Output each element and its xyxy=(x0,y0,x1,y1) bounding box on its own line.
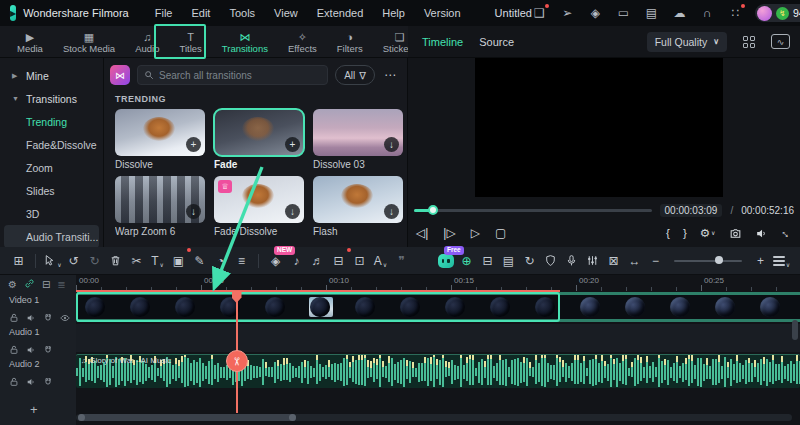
rail-icon[interactable]: ≣ xyxy=(57,279,65,290)
feedback-icon[interactable]: ❞ xyxy=(391,250,412,272)
sidebar-item-slides[interactable]: Slides xyxy=(0,179,103,202)
swap-track-icon[interactable]: ⊟ xyxy=(42,279,50,290)
timeline-settings-icon[interactable]: ⚙ xyxy=(8,279,17,290)
tab-audio[interactable]: ♫Audio xyxy=(126,28,168,57)
more-options-button[interactable]: ⋯ xyxy=(382,68,399,82)
menu-file[interactable]: File xyxy=(155,7,173,19)
snapshot-icon[interactable] xyxy=(729,227,742,240)
ai-assistant-icon[interactable]: Free xyxy=(435,250,456,272)
compound-clip-icon[interactable]: ⊟ xyxy=(328,250,349,272)
mark-out-icon[interactable]: } xyxy=(683,227,687,239)
speaker-icon[interactable] xyxy=(26,373,36,391)
tab-effects[interactable]: ✧Effects xyxy=(279,28,326,57)
fit-timeline-icon[interactable]: ↔ xyxy=(624,250,645,272)
render-preview-icon[interactable]: ⊠ xyxy=(603,250,624,272)
sidebar-item-audio-transiti[interactable]: Audio Transiti... xyxy=(4,225,99,248)
menu-extended[interactable]: Extended xyxy=(317,7,363,19)
gift-icon[interactable]: ❑ xyxy=(532,6,547,20)
vertical-scrollbar[interactable] xyxy=(792,320,798,340)
tab-transitions[interactable]: ⋈Transitions xyxy=(213,28,277,57)
redo-icon[interactable]: ↻ xyxy=(84,250,105,272)
sidebar-group-transitions[interactable]: ▼Transitions xyxy=(0,87,103,110)
tab-filters[interactable]: ◑Filters xyxy=(328,28,372,57)
tab-source[interactable]: Source xyxy=(479,36,514,48)
transition-card-warp-zoom-6[interactable]: ↓Warp Zoom 6 xyxy=(115,176,205,239)
transition-card-flash[interactable]: ↓Flash xyxy=(313,176,403,239)
avatar[interactable] xyxy=(757,6,772,21)
delete-icon[interactable] xyxy=(105,250,126,272)
auto-ripple-icon[interactable] xyxy=(24,278,35,291)
toolbox-icon[interactable]: ⊞ xyxy=(8,250,29,272)
save-icon[interactable]: ▤ xyxy=(644,6,659,20)
sidebar-item-trending[interactable]: Trending xyxy=(0,110,103,133)
cloud-upload-icon[interactable]: ☁ xyxy=(672,6,687,20)
split-icon[interactable]: ✂ xyxy=(126,250,147,272)
audio-stretch-icon[interactable]: ♪ xyxy=(286,250,307,272)
keyframe-icon[interactable]: ◈NEW xyxy=(265,250,286,272)
tab-timeline[interactable]: Timeline xyxy=(422,36,463,48)
seek-handle[interactable] xyxy=(428,205,438,215)
download-icon[interactable]: ↓ xyxy=(285,204,300,219)
add-icon[interactable]: + xyxy=(285,137,300,152)
download-icon[interactable]: ↓ xyxy=(384,204,399,219)
menu-help[interactable]: Help xyxy=(382,7,405,19)
music-clip[interactable]: ♫Glory of War - AI Music xyxy=(76,354,800,388)
volume-icon[interactable] xyxy=(755,227,768,240)
sidebar-group-mine[interactable]: ▶Mine xyxy=(0,64,103,87)
auto-caption-icon[interactable]: A∨ xyxy=(370,250,391,272)
quality-dropdown[interactable]: Full Quality∨ xyxy=(647,32,727,52)
menu-edit[interactable]: Edit xyxy=(191,7,210,19)
add-icon[interactable]: + xyxy=(186,137,201,152)
ai-audio-icon[interactable]: ♬ xyxy=(307,250,328,272)
transition-card-dissolve[interactable]: +Dissolve xyxy=(115,109,205,172)
apps-icon[interactable]: ∷ xyxy=(728,6,743,20)
fullscreen-icon[interactable]: ↔ xyxy=(781,227,793,239)
menu-view[interactable]: View xyxy=(274,7,298,19)
download-icon[interactable]: ↓ xyxy=(186,204,201,219)
playhead[interactable]: ✂ xyxy=(236,291,238,413)
next-frame-icon[interactable]: |▷ xyxy=(443,226,455,240)
split-playhead-button[interactable]: ✂ xyxy=(226,350,248,372)
menu-version[interactable]: Version xyxy=(424,7,461,19)
draw-icon[interactable]: ✎ xyxy=(189,250,210,272)
magnet-icon[interactable] xyxy=(43,373,53,391)
crop-icon[interactable]: ▣ xyxy=(168,250,189,272)
device-icon[interactable]: ▭ xyxy=(616,6,631,20)
undo-icon[interactable]: ↺ xyxy=(63,250,84,272)
filter-all-button[interactable]: All∇ xyxy=(335,65,375,85)
render-icon[interactable]: ↻ xyxy=(519,250,540,272)
tab-stock-media[interactable]: ▦Stock Media xyxy=(54,28,124,57)
audio1-track-row[interactable] xyxy=(76,324,800,352)
stop-icon[interactable]: ▢ xyxy=(495,226,506,240)
audio-mixer-icon[interactable] xyxy=(582,250,603,272)
share-icon[interactable]: ➢ xyxy=(560,6,575,20)
scrollbar-handle[interactable] xyxy=(78,414,296,421)
rewards-icon[interactable]: ◈ xyxy=(588,6,603,20)
lock-icon[interactable] xyxy=(9,373,19,391)
zoom-out-icon[interactable]: − xyxy=(645,250,666,272)
timeline-zoom-slider[interactable] xyxy=(674,260,742,262)
text-icon[interactable]: T∨ xyxy=(147,250,168,272)
motion-track-icon[interactable]: ⊕ xyxy=(456,250,477,272)
previous-frame-icon[interactable]: ◁| xyxy=(416,226,428,240)
sidebar-item-fade-dissolve[interactable]: Fade&Dissolve xyxy=(0,133,103,156)
sidebar-item-zoom[interactable]: Zoom xyxy=(0,156,103,179)
scopes-icon[interactable]: ∿ xyxy=(771,34,790,49)
adjust-icon[interactable]: ≡ xyxy=(231,250,252,272)
horizontal-scrollbar[interactable] xyxy=(76,414,792,421)
transition-card-dissolve-03[interactable]: ↓Dissolve 03 xyxy=(313,109,403,172)
video-canvas[interactable] xyxy=(475,58,723,197)
add-track-button[interactable]: + xyxy=(30,402,38,417)
support-icon[interactable]: ∩ xyxy=(700,6,715,20)
download-icon[interactable]: ↓ xyxy=(384,137,399,152)
account-area[interactable]: ↯ 9443 + xyxy=(755,4,800,22)
transition-card-fade-dissolve[interactable]: ♕↓Fade Dissolve xyxy=(214,176,304,239)
transition-card-fade[interactable]: +Fade xyxy=(214,109,304,172)
menu-tools[interactable]: Tools xyxy=(229,7,255,19)
mark-in-icon[interactable]: { xyxy=(666,227,670,239)
add-to-library-icon[interactable]: ⊡ xyxy=(349,250,370,272)
track-height-icon[interactable]: ∨ xyxy=(771,250,792,272)
record-voiceover-icon[interactable] xyxy=(561,250,582,272)
picture-in-picture-icon[interactable]: ⊟ xyxy=(477,250,498,272)
tab-titles[interactable]: TTitles xyxy=(170,28,210,57)
